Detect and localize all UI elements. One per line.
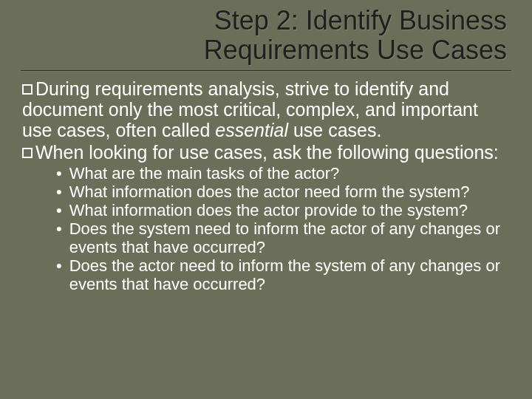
sub-bullet-item: • Does the system need to inform the act…: [56, 219, 511, 256]
sub-bullet-text: What information does the actor need for…: [69, 183, 511, 201]
title-line-1: Step 2: Identify Business: [214, 5, 507, 35]
bullet-1-text-c: use cases.: [288, 120, 381, 140]
sub-bullet-text: Does the system need to inform the actor…: [69, 219, 511, 256]
sub-bullet-item: • Does the actor need to inform the syst…: [56, 256, 511, 293]
sub-bullet-text: What are the main tasks of the actor?: [69, 164, 511, 183]
bullet-2-text: When looking for use cases, ask the foll…: [35, 142, 499, 163]
slide-title: Step 2: Identify Business Requirements U…: [21, 6, 511, 66]
sub-bullet-item: • What information does the actor provid…: [56, 201, 511, 219]
dot-bullet-icon: •: [56, 219, 69, 256]
sub-bullet-text: What information does the actor provide …: [69, 201, 511, 219]
square-bullet-icon: [22, 84, 33, 95]
dot-bullet-icon: •: [56, 183, 69, 201]
dot-bullet-icon: •: [56, 164, 69, 183]
sub-bullet-item: • What are the main tasks of the actor?: [56, 164, 511, 183]
dot-bullet-icon: •: [56, 201, 69, 219]
sub-bullet-list: • What are the main tasks of the actor? …: [56, 164, 511, 294]
title-divider: [21, 70, 511, 71]
square-bullet-icon: [22, 148, 33, 158]
dot-bullet-icon: •: [56, 256, 69, 293]
title-line-2: Requirements Use Cases: [204, 35, 507, 65]
bullet-item-1: During requirements analysis, strive to …: [22, 78, 511, 140]
sub-bullet-text: Does the actor need to inform the system…: [69, 256, 511, 293]
sub-bullet-item: • What information does the actor need f…: [56, 183, 511, 201]
bullet-item-2: When looking for use cases, ask the foll…: [22, 142, 511, 163]
slide: Step 2: Identify Business Requirements U…: [0, 0, 532, 399]
bullet-1-text-italic: essential: [215, 120, 288, 140]
